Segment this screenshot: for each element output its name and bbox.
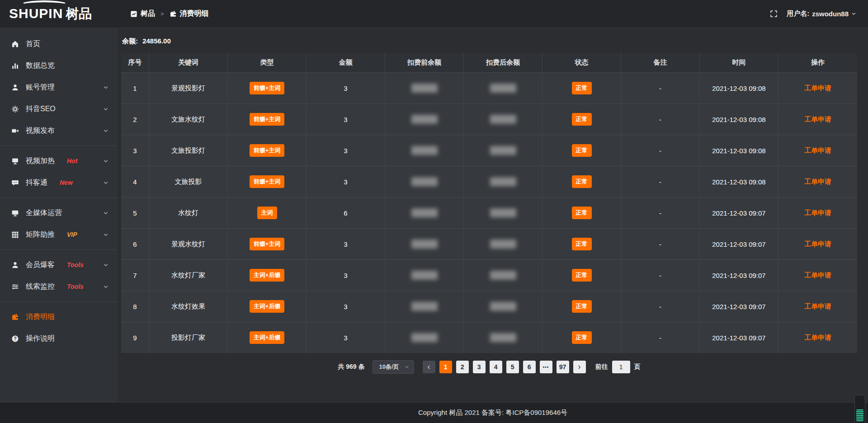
redacted-balance	[411, 302, 438, 311]
cell-remark: -	[621, 104, 700, 135]
sidebar-item-douyin-seo[interactable]: 抖音SEO	[0, 98, 118, 120]
status-badge: 正常	[572, 207, 592, 219]
page-size-select[interactable]: 10条/页	[373, 360, 414, 374]
status-badge: 正常	[572, 82, 592, 94]
cell-balance-after	[464, 135, 542, 166]
brand-logo[interactable]: SHUPIN 树品	[0, 5, 118, 23]
work-order-link[interactable]: 工单申请	[804, 178, 831, 186]
page-button-1[interactable]: 1	[439, 361, 452, 373]
type-badge: 主词+后缀	[250, 300, 285, 313]
sidebar-item-all-media[interactable]: 全媒体运营	[0, 202, 118, 224]
cell-type: 主词+后缀	[228, 291, 307, 322]
sidebar-item-matrix-boost[interactable]: 矩阵助推 VIP	[0, 224, 118, 245]
goto-suffix: 页	[634, 363, 641, 371]
sidebar-item-video-heat[interactable]: 视频加热 Hot	[0, 150, 118, 172]
cell-num: 3	[121, 135, 149, 166]
redacted-balance	[411, 240, 438, 249]
page-button-3[interactable]: 3	[473, 361, 486, 373]
cell-time: 2021-12-03 09:07	[700, 322, 778, 353]
app-window: SHUPIN 树品 树品 > 消费明细 用户名: zswodun88	[0, 0, 868, 423]
work-order-link[interactable]: 工单申请	[804, 115, 831, 124]
goto-page-group: 前往 页	[595, 361, 641, 373]
work-order-link[interactable]: 工单申请	[804, 84, 831, 93]
work-order-link[interactable]: 工单申请	[804, 146, 831, 155]
page-button-97[interactable]: 97	[557, 361, 569, 373]
cell-action: 工单申请	[778, 104, 857, 135]
cell-status: 正常	[542, 166, 621, 197]
sidebar-item-label: 抖音SEO	[26, 104, 56, 114]
sidebar-item-account-mgmt[interactable]: 账号管理	[0, 76, 118, 98]
cell-keyword: 投影灯厂家	[149, 322, 228, 353]
sidebar-item-home[interactable]: 首页	[0, 33, 118, 55]
cell-action: 工单申请	[778, 291, 857, 322]
sidebar-item-video-publish[interactable]: 视频发布	[0, 120, 118, 141]
cell-balance-after	[464, 291, 542, 322]
cell-type: 主词+后缀	[228, 260, 307, 291]
cell-keyword: 文旅投影灯	[149, 135, 228, 166]
redacted-balance	[411, 146, 438, 155]
table-body: 1 景观投影灯 前缀+主词 3 正常 - 2021-12-03 09:08 工单…	[121, 72, 857, 353]
breadcrumb-item-home[interactable]: 树品	[130, 9, 155, 19]
redacted-balance	[490, 240, 516, 249]
chevron-down-icon	[103, 284, 108, 289]
cell-type: 主词+后缀	[228, 322, 307, 353]
cell-action: 工单申请	[778, 229, 857, 259]
wallet-icon	[11, 313, 19, 321]
chevron-down-icon	[851, 11, 856, 16]
type-badge: 前缀+主词	[250, 144, 285, 157]
sidebar-divider	[0, 301, 118, 302]
status-badge: 正常	[572, 238, 592, 250]
scrollbar-widget[interactable]	[854, 395, 865, 423]
scrollbar-thumb[interactable]	[856, 409, 863, 421]
work-order-link[interactable]: 工单申请	[804, 271, 831, 280]
page-button-6[interactable]: 6	[523, 361, 536, 373]
work-order-link[interactable]: 工单申请	[804, 302, 831, 311]
cell-balance-after	[464, 322, 542, 353]
sidebar-item-member-burst[interactable]: 会员爆客 Tools	[0, 254, 118, 276]
cell-balance-after	[464, 166, 542, 197]
sidebar-item-consumption-detail[interactable]: 消费明细	[0, 306, 118, 328]
redacted-balance	[411, 271, 438, 280]
footer: Copyright 树品 2021 备案号: 粤ICP备09019646号	[0, 402, 868, 423]
work-order-link[interactable]: 工单申请	[804, 334, 831, 342]
cell-time: 2021-12-03 09:08	[700, 104, 778, 135]
work-order-link[interactable]: 工单申请	[804, 240, 831, 249]
cell-num: 7	[121, 260, 149, 291]
goto-page-input[interactable]	[612, 361, 630, 373]
page-button-4[interactable]: 4	[490, 361, 502, 373]
user-icon	[11, 84, 19, 91]
next-page-button[interactable]	[573, 361, 586, 373]
cell-balance-after	[464, 197, 542, 228]
user-menu-trigger[interactable]: 用户名: zswodun88	[787, 9, 856, 18]
cell-balance-before	[385, 260, 464, 291]
cell-num: 5	[121, 197, 149, 228]
prev-page-button[interactable]	[423, 361, 435, 373]
status-badge: 正常	[572, 113, 592, 126]
cell-amount: 3	[307, 260, 385, 291]
cell-status: 正常	[542, 322, 621, 353]
cell-amount: 3	[307, 166, 385, 197]
more-pages-button[interactable]: •••	[540, 361, 552, 373]
table-header-row: 序号 关键词 类型 金额 扣费前余额 扣费后余额 状态 备注 时间 操作	[121, 53, 857, 72]
sidebar-item-label: 账号管理	[26, 83, 55, 92]
chevron-down-icon	[103, 85, 108, 90]
cell-num: 1	[121, 73, 149, 103]
logo-arc-decoration	[21, 0, 68, 9]
page-button-5[interactable]: 5	[506, 361, 519, 373]
cell-time: 2021-12-03 09:07	[700, 260, 778, 291]
col-header: 时间	[700, 53, 778, 72]
work-order-link[interactable]: 工单申请	[804, 209, 831, 217]
logo-wrap: SHUPIN 树品	[9, 5, 92, 23]
consumption-table: 序号 关键词 类型 金额 扣费前余额 扣费后余额 状态 备注 时间 操作 1 景…	[121, 53, 857, 353]
page-button-2[interactable]: 2	[456, 361, 469, 373]
sidebar-item-data-overview[interactable]: 数据总览	[0, 55, 118, 76]
chevron-down-icon	[103, 180, 108, 185]
sidebar-item-instructions[interactable]: ? 操作说明	[0, 328, 118, 349]
sidebar-item-douketong[interactable]: 抖客通 New	[0, 172, 118, 193]
cell-type: 主词	[228, 197, 307, 228]
fullscreen-icon[interactable]	[770, 10, 778, 18]
monitor-icon	[11, 209, 19, 217]
sidebar-item-lead-monitor[interactable]: 线索监控 Tools	[0, 276, 118, 297]
table-row: 7 水纹灯厂家 主词+后缀 3 正常 - 2021-12-03 09:07 工单…	[121, 259, 857, 291]
status-badge: 正常	[572, 331, 592, 344]
